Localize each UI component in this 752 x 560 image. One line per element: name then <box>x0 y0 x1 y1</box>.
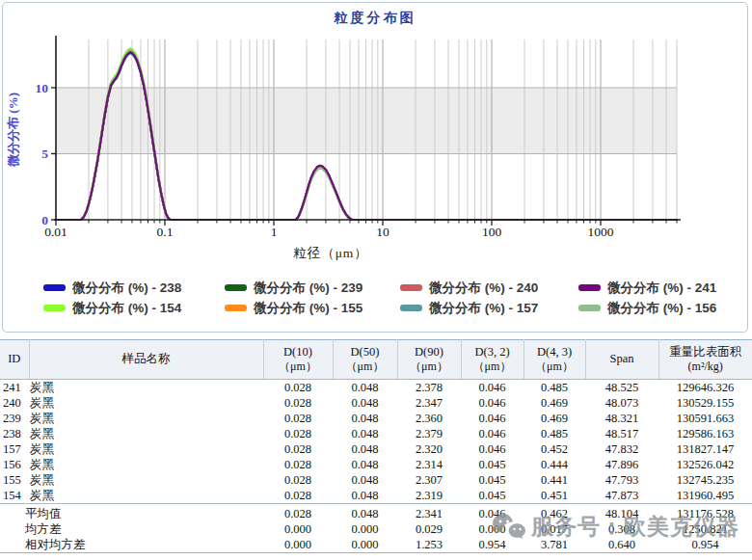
legend-swatch-155 <box>225 305 247 311</box>
table-row-241: 241炭黑0.0280.0482.3780.0460.48548.5251296… <box>0 380 752 396</box>
table-row-239: 239炭黑0.0280.0482.3600.0460.46948.3211305… <box>0 411 752 426</box>
cell-d50: 0.048 <box>333 426 397 441</box>
legend-item-238: 微分分布 (%) - 238 <box>43 280 225 297</box>
cell-d10: 0.028 <box>263 504 333 522</box>
cell-span: 48.517 <box>585 426 658 441</box>
cell-d43: 0.452 <box>524 441 585 457</box>
cell-d10: 0.028 <box>263 380 333 396</box>
summary-label: 均方差 <box>0 521 263 537</box>
table-row-157: 157炭黑0.0280.0482.3200.0460.45247.8321318… <box>0 441 752 457</box>
cell-d32: 0.045 <box>461 472 524 488</box>
cell-id: 157 <box>0 441 29 457</box>
cell-span: 48.073 <box>585 395 658 411</box>
cell-sample-name: 炭黑 <box>29 457 263 472</box>
cell-d10: 0.000 <box>263 537 333 553</box>
cell-sample-name: 炭黑 <box>29 472 263 488</box>
y-tick-marks: 0510 <box>36 81 57 227</box>
cell-d43: 0.469 <box>524 395 585 411</box>
summary-row-1: 平均值0.0280.0482.3410.0460.46248.104131176… <box>0 504 752 522</box>
cell-d43: 0.017 <box>524 521 585 537</box>
x-tick-label: 1000 <box>588 225 614 239</box>
cell-d32: 0.954 <box>461 537 524 553</box>
cell-id: 240 <box>0 395 29 411</box>
cell-d50: 0.048 <box>333 488 397 504</box>
chart-title: 粒度分布图 <box>3 10 747 27</box>
cell-span: 47.896 <box>585 457 658 472</box>
cell-ssa: 0.954 <box>658 537 752 553</box>
x-tick-marks: 0.010.11101001000 <box>44 220 677 239</box>
cell-d43: 0.485 <box>524 426 585 441</box>
particle-size-chart-panel: 粒度分布图 0.010.111010010000510微分分布 (%)粒径（μm… <box>2 2 748 333</box>
cell-d32: 0.000 <box>461 521 524 537</box>
cell-sample-name: 炭黑 <box>29 395 263 411</box>
legend-item-241: 微分分布 (%) - 241 <box>578 280 733 297</box>
cell-span: 47.873 <box>585 488 658 504</box>
cell-d90: 0.029 <box>397 521 461 537</box>
cell-d10: 0.028 <box>263 395 333 411</box>
cell-d32: 0.045 <box>461 457 524 472</box>
cell-span: 48.321 <box>585 411 658 426</box>
legend-swatch-157 <box>400 305 422 311</box>
legend-label-238: 微分分布 (%) - 238 <box>72 280 181 297</box>
cell-d32: 0.046 <box>461 380 524 396</box>
distribution-chart: 0.010.111010010000510微分分布 (%)粒径（μm） <box>3 28 747 271</box>
legend-label-157: 微分分布 (%) - 157 <box>429 300 538 317</box>
cell-ssa: 132745.235 <box>658 472 752 488</box>
cell-d50: 0.000 <box>333 537 397 553</box>
cell-ssa: 1250.821 <box>658 521 752 537</box>
cell-span: 0.308 <box>585 521 658 537</box>
table-row-154: 154炭黑0.0280.0482.3190.0450.45147.8731319… <box>0 488 752 504</box>
legend-label-239: 微分分布 (%) - 239 <box>254 280 363 297</box>
cell-d50: 0.048 <box>333 395 397 411</box>
cell-d10: 0.028 <box>263 488 333 504</box>
cell-d90: 2.341 <box>397 504 461 522</box>
legend-item-157: 微分分布 (%) - 157 <box>400 300 578 317</box>
legend-swatch-240 <box>400 284 422 291</box>
cell-ssa: 131176.528 <box>658 504 752 522</box>
cell-d43: 0.441 <box>524 472 585 488</box>
cell-d50: 0.048 <box>333 457 397 472</box>
cell-span: 48.525 <box>585 380 658 396</box>
legend-swatch-239 <box>225 284 247 291</box>
cell-sample-name: 炭黑 <box>29 441 263 457</box>
col-header-d10: D(10)（μm） <box>263 340 333 380</box>
cell-sample-name: 炭黑 <box>29 411 263 426</box>
cell-d90: 2.378 <box>397 380 461 396</box>
cell-d43: 0.444 <box>524 457 585 472</box>
col-header-ssa: 重量比表面积(m²/kg) <box>658 340 752 380</box>
cell-d32: 0.046 <box>461 426 524 441</box>
cell-d43: 0.462 <box>524 504 585 522</box>
cell-sample-name: 炭黑 <box>29 488 263 504</box>
cell-d32: 0.046 <box>461 441 524 457</box>
legend-label-156: 微分分布 (%) - 156 <box>607 300 716 317</box>
cell-d32: 0.046 <box>461 504 524 522</box>
cell-d50: 0.048 <box>333 441 397 457</box>
cell-span: 47.832 <box>585 441 658 457</box>
cell-d10: 0.028 <box>263 457 333 472</box>
y-tick-label: 5 <box>41 147 48 161</box>
cell-id: 241 <box>0 380 29 396</box>
table-body: 241炭黑0.0280.0482.3780.0460.48548.5251296… <box>0 380 752 553</box>
cell-d90: 2.314 <box>397 457 461 472</box>
cell-id: 156 <box>0 457 29 472</box>
cell-ssa: 132526.042 <box>658 457 752 472</box>
legend-item-240: 微分分布 (%) - 240 <box>400 280 578 297</box>
cell-id: 238 <box>0 426 29 441</box>
cell-ssa: 130591.663 <box>658 411 752 426</box>
cell-d50: 0.048 <box>333 380 397 396</box>
cell-d50: 0.048 <box>333 472 397 488</box>
cell-ssa: 129646.326 <box>658 380 752 396</box>
x-tick-label: 1 <box>271 225 278 239</box>
cell-d50: 0.000 <box>333 521 397 537</box>
cell-d90: 2.347 <box>397 395 461 411</box>
x-tick-label: 100 <box>482 225 502 239</box>
cell-id: 239 <box>0 411 29 426</box>
col-header-span: Span <box>585 340 658 380</box>
col-header-d43: D(4, 3)（μm） <box>524 340 585 380</box>
cell-id: 154 <box>0 488 29 504</box>
col-header-d32: D(3, 2)（μm） <box>461 340 524 380</box>
cell-ssa: 131827.147 <box>658 441 752 457</box>
cell-d32: 0.046 <box>461 411 524 426</box>
table-row-238: 238炭黑0.0280.0482.3790.0460.48548.5171295… <box>0 426 752 441</box>
cell-span: 0.640 <box>585 537 658 553</box>
